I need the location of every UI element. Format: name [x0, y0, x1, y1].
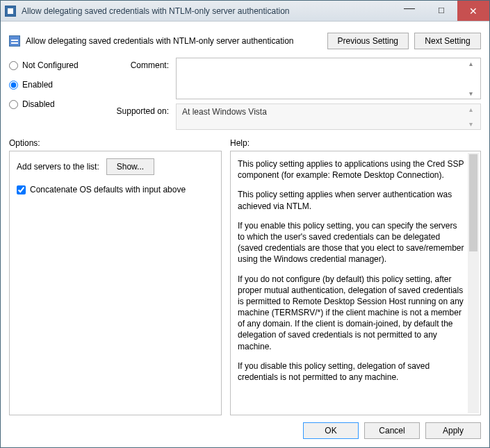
help-scrollbar[interactable] [468, 153, 479, 413]
help-paragraph: If you enable this policy setting, you c… [238, 220, 465, 265]
titlebar[interactable]: Allow delegating saved credentials with … [1, 1, 489, 22]
help-panel: This policy setting applies to applicati… [230, 151, 481, 415]
concat-checkbox-row[interactable]: Concatenate OS defaults with input above [17, 185, 214, 194]
add-servers-label: Add servers to the list: [17, 162, 99, 172]
radio-disabled[interactable]: Disabled [9, 99, 113, 109]
radio-not-configured-input[interactable] [9, 61, 18, 70]
chevron-up-icon[interactable]: ▴ [469, 60, 477, 67]
cancel-button[interactable]: Cancel [364, 422, 420, 439]
next-setting-button[interactable]: Next Setting [414, 33, 481, 49]
window-controls: — ☐ ✕ [393, 1, 489, 21]
radio-disabled-input[interactable] [9, 100, 18, 109]
options-section-label: Options: [9, 138, 222, 148]
radio-not-configured[interactable]: Not Configured [9, 60, 113, 70]
supported-on-value: At least Windows Vista [182, 107, 267, 117]
options-panel: Add servers to the list: Show... Concate… [9, 151, 222, 415]
radio-not-configured-label: Not Configured [22, 60, 79, 70]
maximize-button[interactable]: ☐ [425, 1, 457, 21]
panels-row: Add servers to the list: Show... Concate… [9, 151, 481, 415]
radio-enabled-label: Enabled [22, 80, 53, 90]
footer-buttons: OK Cancel Apply [9, 415, 481, 439]
supported-on-label: Supported on: [113, 103, 176, 116]
policy-item-icon [9, 35, 20, 47]
add-servers-row: Add servers to the list: Show... [17, 158, 214, 175]
close-button[interactable]: ✕ [457, 1, 489, 21]
supported-on-box: At least Windows Vista ▴ ▾ [176, 103, 481, 130]
section-labels: Options: Help: [9, 138, 481, 148]
header-row: Allow delegating saved credentials with … [9, 28, 481, 58]
content-area: Allow delegating saved credentials with … [1, 22, 489, 447]
window-title: Allow delegating saved credentials with … [22, 6, 393, 16]
comment-label: Comment: [113, 58, 176, 70]
scrollbar-thumb[interactable] [469, 154, 477, 251]
chevron-down-icon[interactable]: ▾ [469, 90, 477, 97]
ok-button[interactable]: OK [303, 422, 359, 439]
policy-editor-window: Allow delegating saved credentials with … [0, 0, 490, 448]
concat-checkbox-label: Concatenate OS defaults with input above [30, 185, 186, 194]
minimize-button[interactable]: — [393, 1, 425, 21]
radio-disabled-label: Disabled [22, 99, 55, 109]
show-button[interactable]: Show... [106, 158, 154, 175]
concat-checkbox[interactable] [17, 185, 26, 194]
radio-enabled[interactable]: Enabled [9, 80, 113, 90]
help-paragraph: If you do not configure (by default) thi… [238, 274, 465, 352]
comment-textarea[interactable]: ▴ ▾ [176, 58, 481, 99]
apply-button[interactable]: Apply [425, 422, 481, 439]
previous-setting-button[interactable]: Previous Setting [327, 33, 409, 49]
state-radio-group: Not Configured Enabled Disabled [9, 58, 113, 109]
help-paragraph: If you disable this policy setting, dele… [238, 360, 465, 383]
policy-icon [5, 6, 16, 17]
settings-grid: Not Configured Enabled Disabled Comment:… [9, 58, 481, 130]
chevron-down-icon: ▾ [469, 120, 477, 128]
chevron-up-icon: ▴ [469, 106, 477, 113]
help-paragraph: This policy setting applies when server … [238, 189, 465, 211]
radio-enabled-input[interactable] [9, 81, 18, 90]
help-paragraph: This policy setting applies to applicati… [238, 158, 465, 181]
policy-heading: Allow delegating saved credentials with … [26, 36, 322, 46]
help-section-label: Help: [230, 138, 481, 148]
